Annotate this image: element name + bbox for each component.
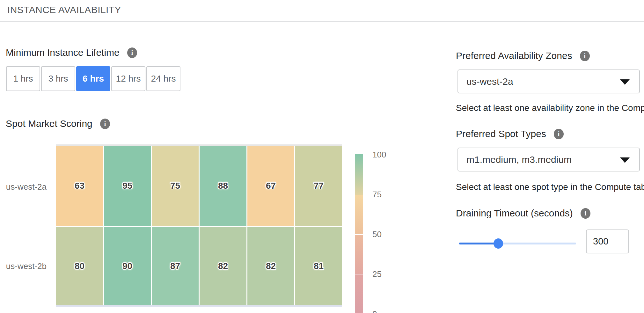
header-divider xyxy=(0,21,644,22)
spot-market-scoring-text: Spot Market Scoring xyxy=(6,118,92,130)
colorbar-tick-label: 75 xyxy=(372,190,382,200)
heatmap-grid: 639575886777809087828281 xyxy=(56,146,342,305)
spot-scoring-heatmap: 639575886777809087828281 xyxy=(56,144,342,307)
spot-types-helper: Select at least one spot type in the Com… xyxy=(456,182,644,193)
colorbar-segment xyxy=(355,235,363,274)
lifetime-option-3-hrs[interactable]: 3 hrs xyxy=(41,66,75,91)
chevron-down-icon xyxy=(620,79,630,85)
heatmap-cell: 67 xyxy=(247,146,294,226)
page-title: INSTANCE AVAILABILITY xyxy=(7,4,121,16)
heatmap-axis-line xyxy=(56,305,342,307)
lifetime-option-6-hrs[interactable]: 6 hrs xyxy=(76,66,110,91)
colorbar-segment xyxy=(355,195,363,234)
heatmap-cell: 75 xyxy=(152,146,199,226)
heatmap-cell: 82 xyxy=(247,227,294,305)
heatmap-cell: 63 xyxy=(56,146,103,226)
lifetime-option-24-hrs[interactable]: 24 hrs xyxy=(146,66,180,91)
info-icon[interactable]: i xyxy=(100,119,110,129)
colorbar-tick-label: 0 xyxy=(372,309,377,313)
lifetime-option-12-hrs[interactable]: 12 hrs xyxy=(111,66,145,91)
colorbar-tick-label: 100 xyxy=(372,150,386,160)
draining-timeout-slider-thumb[interactable] xyxy=(494,238,503,249)
availability-zones-helper: Select at least one availability zone in… xyxy=(456,103,644,113)
spot-types-select[interactable]: m1.medium, m3.medium xyxy=(457,148,640,171)
lifetime-button-group: 1 hrs3 hrs6 hrs12 hrs24 hrs xyxy=(6,66,180,91)
info-icon[interactable]: i xyxy=(554,129,564,139)
colorbar-segment xyxy=(355,274,363,313)
heatmap-row-label: us-west-2a xyxy=(0,182,47,192)
heatmap-cell: 77 xyxy=(295,146,342,226)
colorbar-tick-label: 25 xyxy=(372,269,382,279)
draining-timeout-input[interactable] xyxy=(586,229,629,253)
heatmap-cell: 88 xyxy=(200,146,246,226)
minimum-instance-lifetime-label: Minimum Instance Lifetime i xyxy=(6,47,137,59)
info-icon[interactable]: i xyxy=(580,51,590,61)
chevron-down-icon xyxy=(620,157,630,163)
info-icon[interactable]: i xyxy=(127,47,137,58)
preferred-spot-types-label: Preferred Spot Types i xyxy=(456,128,564,140)
heatmap-cell: 90 xyxy=(104,227,151,305)
spot-market-scoring-label: Spot Market Scoring i xyxy=(6,118,110,130)
minimum-instance-lifetime-text: Minimum Instance Lifetime xyxy=(6,47,120,59)
spot-types-value: m1.medium, m3.medium xyxy=(466,154,572,165)
draining-timeout-label: Draining Timeout (seconds) i xyxy=(456,207,590,219)
heatmap-cell: 80 xyxy=(56,227,103,305)
preferred-availability-zones-label: Preferred Availability Zones i xyxy=(456,50,590,62)
draining-timeout-slider-fill xyxy=(459,243,498,244)
preferred-spot-types-text: Preferred Spot Types xyxy=(456,128,546,140)
heatmap-cell: 87 xyxy=(152,227,199,305)
availability-zones-value: us-west-2a xyxy=(466,76,513,87)
draining-timeout-text: Draining Timeout (seconds) xyxy=(456,207,573,219)
colorbar-tick-label: 50 xyxy=(372,229,382,239)
heatmap-cell: 95 xyxy=(104,146,151,226)
heatmap-row-label: us-west-2b xyxy=(0,261,47,271)
heatmap-cell: 82 xyxy=(200,227,246,305)
heatmap-cell: 81 xyxy=(295,227,342,305)
availability-zones-select[interactable]: us-west-2a xyxy=(457,69,640,93)
preferred-availability-zones-text: Preferred Availability Zones xyxy=(456,50,572,62)
lifetime-option-1-hrs[interactable]: 1 hrs xyxy=(6,66,40,91)
info-icon[interactable]: i xyxy=(581,208,590,219)
colorbar-segment xyxy=(355,154,363,195)
